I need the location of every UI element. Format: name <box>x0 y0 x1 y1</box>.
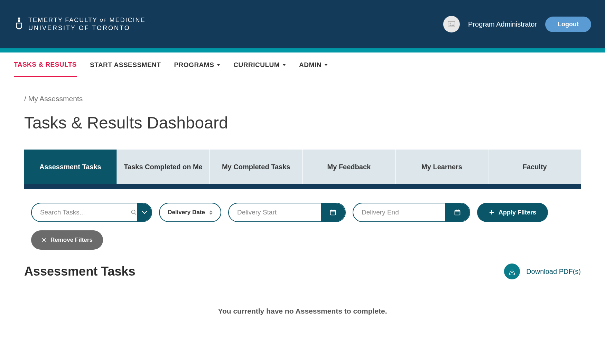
download-pdf-button[interactable]: Download PDF(s) <box>504 264 581 279</box>
avatar[interactable] <box>443 16 460 32</box>
nav-start-assessment[interactable]: START ASSESSMENT <box>90 54 161 76</box>
svg-line-5 <box>134 213 136 215</box>
tab-my-learners[interactable]: My Learners <box>396 150 489 184</box>
svg-point-3 <box>450 23 451 24</box>
app-header: TEMERTY FACULTY OF MEDICINE UNIVERSITY O… <box>0 0 605 48</box>
nav-curriculum[interactable]: CURRICULUM <box>233 54 286 76</box>
accent-bar <box>0 48 605 52</box>
logo[interactable]: TEMERTY FACULTY OF MEDICINE UNIVERSITY O… <box>14 15 145 33</box>
filters-row: Delivery Date Delivery Start Delivery En… <box>24 203 581 222</box>
plus-icon <box>489 210 494 215</box>
section-title: Assessment Tasks <box>24 264 136 279</box>
svg-rect-10 <box>455 210 460 215</box>
logo-line1: TEMERTY FACULTY OF MEDICINE <box>28 17 145 24</box>
breadcrumb[interactable]: / My Assessments <box>24 95 581 103</box>
close-icon <box>41 238 46 242</box>
tab-my-completed-tasks[interactable]: My Completed Tasks <box>210 150 303 184</box>
svg-rect-1 <box>18 20 20 22</box>
delivery-end-calendar-button[interactable] <box>445 203 469 221</box>
delivery-end-control: Delivery End <box>353 203 470 222</box>
search-tasks-control <box>31 203 152 222</box>
search-input[interactable] <box>32 203 130 221</box>
tab-tasks-completed-on-me[interactable]: Tasks Completed on Me <box>117 150 210 184</box>
download-icon <box>504 264 520 279</box>
delivery-start-calendar-button[interactable] <box>321 203 345 221</box>
calendar-icon <box>329 209 336 216</box>
search-dropdown-toggle[interactable] <box>137 203 151 221</box>
tab-faculty[interactable]: Faculty <box>488 150 581 184</box>
remove-filters-button[interactable]: Remove Filters <box>31 230 103 250</box>
user-name[interactable]: Program Administrator <box>468 20 537 28</box>
delivery-start-placeholder[interactable]: Delivery Start <box>229 209 321 216</box>
svg-point-4 <box>131 210 135 214</box>
download-label: Download PDF(s) <box>526 268 581 276</box>
search-icon <box>130 209 137 215</box>
main-nav: TASKS & RESULTS START ASSESSMENT PROGRAM… <box>0 52 605 77</box>
tab-underbar <box>24 184 581 189</box>
logo-line2: UNIVERSITY OF TORONTO <box>28 25 145 32</box>
nav-programs[interactable]: PROGRAMS <box>174 54 220 76</box>
image-placeholder-icon <box>448 21 455 27</box>
caret-down-icon <box>217 64 220 66</box>
delivery-start-control: Delivery Start <box>228 203 346 222</box>
caret-down-icon <box>324 64 328 66</box>
delivery-date-sort[interactable]: Delivery Date <box>159 203 221 222</box>
calendar-icon <box>454 209 461 216</box>
sort-icon <box>209 210 213 215</box>
apply-filters-button[interactable]: Apply Filters <box>477 203 548 222</box>
svg-point-0 <box>18 18 20 20</box>
dashboard-tabs: Assessment Tasks Tasks Completed on Me M… <box>24 150 581 184</box>
tab-assessment-tasks[interactable]: Assessment Tasks <box>24 150 117 184</box>
caret-down-icon <box>282 64 286 66</box>
page-title: Tasks & Results Dashboard <box>24 113 581 132</box>
tab-my-feedback[interactable]: My Feedback <box>303 150 396 184</box>
nav-admin[interactable]: ADMIN <box>299 54 328 76</box>
nav-tasks-results[interactable]: TASKS & RESULTS <box>14 53 77 77</box>
crest-icon <box>14 15 24 33</box>
empty-state-message: You currently have no Assessments to com… <box>24 307 581 315</box>
delivery-end-placeholder[interactable]: Delivery End <box>353 209 445 216</box>
svg-rect-6 <box>331 210 336 215</box>
logout-button[interactable]: Logout <box>545 17 591 32</box>
chevron-down-icon <box>142 211 147 214</box>
